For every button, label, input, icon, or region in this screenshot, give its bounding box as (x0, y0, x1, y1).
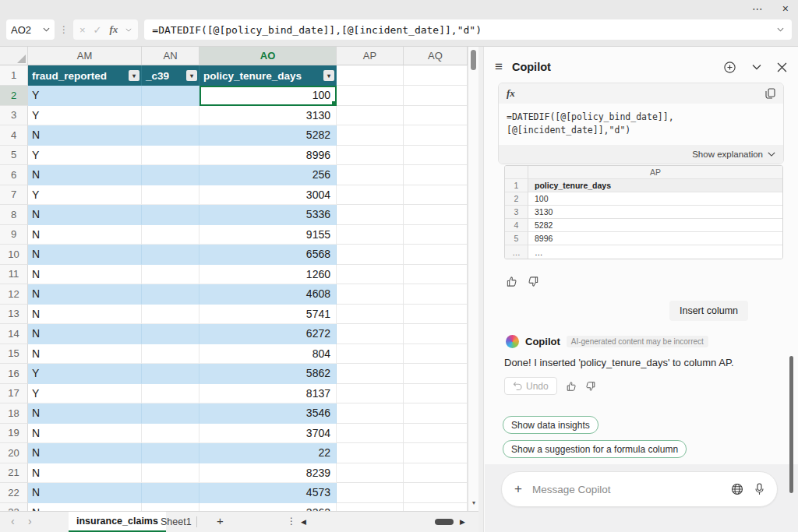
cell-c39[interactable] (142, 424, 200, 444)
row-header[interactable]: 22 (0, 483, 28, 503)
row-header[interactable]: 7 (0, 185, 28, 206)
horizontal-scrollbar-thumb[interactable] (435, 519, 454, 525)
cell-c39[interactable] (142, 384, 200, 404)
cell-empty-aq[interactable] (404, 364, 468, 384)
cell-empty-aq[interactable] (404, 146, 468, 166)
cell-c39[interactable] (142, 443, 200, 463)
cell-fraud-reported[interactable]: Y (28, 106, 142, 126)
cell-empty-aq[interactable] (404, 125, 468, 146)
cell-fraud-reported[interactable]: N (28, 324, 142, 344)
cell-empty-ap[interactable] (337, 106, 404, 126)
cell-fraud-reported[interactable]: N (28, 245, 142, 265)
cell-c39[interactable] (142, 165, 200, 185)
cell-empty-aq[interactable] (404, 245, 468, 265)
filter-dropdown-icon[interactable]: ▾ (129, 70, 139, 81)
thumbs-up-icon[interactable] (506, 276, 517, 287)
column-header-an[interactable]: AN (142, 47, 200, 65)
cell-policy-tenure-days[interactable]: 6568 (200, 245, 337, 265)
cell-fraud-reported[interactable]: N (28, 305, 142, 325)
cell-policy-tenure-days[interactable]: 5336 (200, 205, 337, 225)
scroll-down-icon[interactable]: ▾ (468, 499, 479, 506)
row-header[interactable]: 17 (0, 384, 28, 404)
cell-fraud-reported[interactable]: N (28, 424, 142, 444)
web-search-globe-icon[interactable] (731, 483, 743, 495)
cell-empty-aq[interactable] (404, 185, 468, 206)
hscroll-right-icon[interactable]: ▶ (460, 518, 465, 526)
row-header[interactable]: 10 (0, 245, 28, 265)
insert-column-button[interactable]: Insert column (669, 301, 748, 321)
cell-empty-ap[interactable] (337, 125, 404, 146)
row-header[interactable]: 4 (0, 125, 28, 146)
cell-policy-tenure-days[interactable]: 8239 (200, 463, 337, 484)
cell-empty-aq[interactable] (404, 225, 468, 245)
cell-empty-ap[interactable] (337, 503, 404, 512)
cell-empty-aq[interactable] (404, 483, 468, 503)
cell-c39[interactable] (142, 265, 200, 285)
undo-button[interactable]: Undo (504, 377, 557, 395)
panel-scrollbar-thumb[interactable] (789, 356, 793, 493)
cell-c39[interactable] (142, 125, 200, 146)
cell-empty-aq[interactable] (404, 86, 468, 106)
cell-policy-tenure-days[interactable]: 3004 (200, 185, 337, 206)
row-header[interactable]: 12 (0, 284, 28, 305)
cell-empty-aq[interactable] (404, 424, 468, 444)
cell-c39[interactable] (142, 403, 200, 424)
cell-aq1[interactable] (404, 65, 468, 86)
row-header[interactable]: 6 (0, 165, 28, 185)
table-header-fraud-reported[interactable]: fraud_reported ▾ (28, 65, 142, 86)
cell-c39[interactable] (142, 503, 200, 512)
row-header[interactable]: 20 (0, 443, 28, 463)
cell-policy-tenure-days[interactable]: 100 (200, 86, 337, 106)
cell-c39[interactable] (142, 364, 200, 384)
add-attachment-icon[interactable]: + (514, 481, 522, 497)
cell-fraud-reported[interactable]: N (28, 483, 142, 503)
cell-empty-aq[interactable] (404, 205, 468, 225)
cell-empty-aq[interactable] (404, 503, 468, 512)
cell-fraud-reported[interactable]: N (28, 284, 142, 305)
formula-bar-expand-chevron-icon[interactable] (777, 27, 784, 32)
cell-c39[interactable] (142, 106, 200, 126)
row-header[interactable]: 23 (0, 503, 28, 512)
collapse-chevron-down-icon[interactable] (752, 64, 761, 70)
cell-empty-ap[interactable] (337, 146, 404, 166)
filter-dropdown-icon[interactable]: ▾ (323, 70, 334, 81)
cell-policy-tenure-days[interactable]: 5282 (200, 125, 337, 146)
cell-policy-tenure-days[interactable]: 8137 (200, 384, 337, 404)
cell-policy-tenure-days[interactable]: 3362 (200, 503, 337, 512)
cell-empty-ap[interactable] (337, 225, 404, 245)
insert-function-icon[interactable]: fx (110, 23, 118, 36)
cell-fraud-reported[interactable]: N (28, 344, 142, 365)
cell-policy-tenure-days[interactable]: 1260 (200, 265, 337, 285)
cell-fraud-reported[interactable]: N (28, 205, 142, 225)
cell-policy-tenure-days[interactable]: 3546 (200, 403, 337, 424)
cell-empty-ap[interactable] (337, 443, 404, 463)
cell-empty-ap[interactable] (337, 403, 404, 424)
microphone-icon[interactable] (754, 483, 764, 495)
cell-empty-aq[interactable] (404, 324, 468, 344)
cell-c39[interactable] (142, 245, 200, 265)
select-all-corner[interactable] (0, 47, 28, 65)
cell-empty-ap[interactable] (337, 284, 404, 305)
cell-c39[interactable] (142, 344, 200, 365)
column-header-ap[interactable]: AP (337, 47, 404, 65)
row-header[interactable]: 19 (0, 424, 28, 444)
cell-c39[interactable] (142, 284, 200, 305)
cell-policy-tenure-days[interactable]: 8996 (200, 146, 337, 166)
cell-c39[interactable] (142, 463, 200, 484)
cell-fraud-reported[interactable]: Y (28, 364, 142, 384)
cell-c39[interactable] (142, 146, 200, 166)
copy-icon[interactable] (765, 88, 775, 99)
tab-insurance-claims[interactable]: insurance_claims (69, 512, 166, 532)
filter-dropdown-icon[interactable]: ▾ (186, 70, 197, 81)
cell-fraud-reported[interactable]: Y (28, 86, 142, 106)
cell-fraud-reported[interactable]: N (28, 463, 142, 484)
row-header[interactable]: 9 (0, 225, 28, 245)
cell-empty-aq[interactable] (404, 384, 468, 404)
row-header[interactable]: 15 (0, 344, 28, 365)
cell-policy-tenure-days[interactable]: 9155 (200, 225, 337, 245)
cell-fraud-reported[interactable]: Y (28, 185, 142, 206)
cell-c39[interactable] (142, 225, 200, 245)
cell-fraud-reported[interactable]: N (28, 125, 142, 146)
vertical-scrollbar-thumb[interactable] (471, 50, 476, 70)
cell-c39[interactable] (142, 305, 200, 325)
